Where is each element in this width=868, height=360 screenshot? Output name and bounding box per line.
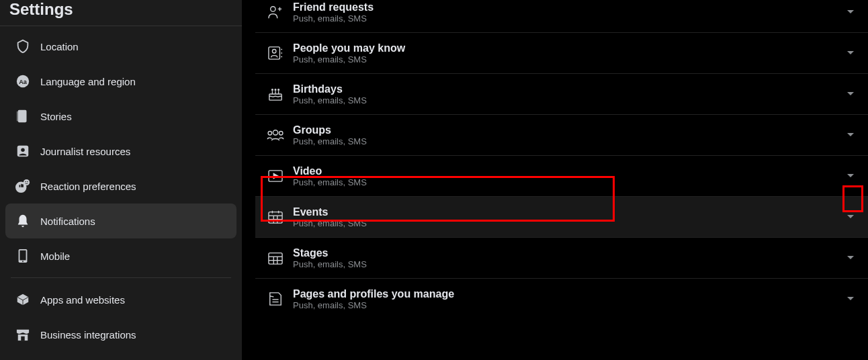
setting-title: Friend requests [293,1,844,13]
birthday-icon [263,82,288,106]
svg-text:Aa: Aa [19,79,28,85]
language-icon: Aa [11,69,35,93]
chevron-down-icon [844,251,857,265]
svg-point-7 [24,179,30,185]
events-icon [263,205,288,229]
setting-sub: Push, emails, SMS [293,300,844,310]
setting-row-people-you-may-know[interactable]: People you may know Push, emails, SMS [255,33,868,74]
svg-point-9 [27,181,28,182]
reaction-icon [11,174,35,198]
svg-rect-2 [18,110,27,122]
stories-icon [11,104,35,128]
svg-rect-37 [269,212,282,224]
chevron-down-icon [844,46,857,60]
setting-row-birthdays[interactable]: Birthdays Push, emails, SMS [255,74,868,115]
setting-text: Friend requests Push, emails, SMS [293,1,844,24]
setting-title: Stages [293,247,844,259]
page-title: Settings [9,0,232,19]
setting-text: Birthdays Push, emails, SMS [293,83,844,105]
chevron-down-icon [844,292,857,306]
svg-point-12 [22,261,24,262]
svg-rect-44 [269,253,282,265]
svg-rect-3 [17,111,18,122]
sidebar-item-label: Mobile [40,251,70,262]
chevron-down-icon [844,5,857,19]
svg-rect-11 [19,251,26,261]
svg-point-33 [273,130,277,135]
sidebar-header: Settings [0,0,242,26]
setting-row-video[interactable]: Video Push, emails, SMS [255,156,868,197]
setting-sub: Push, emails, SMS [293,95,844,105]
sidebar-item-mobile[interactable]: Mobile [5,238,236,273]
sidebar-item-apps[interactable]: Apps and websites [5,282,236,317]
setting-title: Video [293,165,844,177]
setting-sub: Push, emails, SMS [293,136,844,146]
journalist-icon [11,139,35,163]
pages-icon [263,287,288,311]
chevron-down-icon [844,210,857,224]
setting-title: Events [293,206,844,218]
svg-point-5 [21,148,25,152]
groups-icon [263,123,288,147]
apps-icon [11,287,35,312]
location-icon [11,34,35,58]
svg-point-31 [275,89,276,91]
setting-row-groups[interactable]: Groups Push, emails, SMS [255,115,868,156]
svg-point-34 [268,132,271,135]
svg-point-35 [279,132,282,135]
setting-text: Events Push, emails, SMS [293,206,844,228]
setting-text: Stages Push, emails, SMS [293,247,844,269]
setting-row-friend-requests[interactable]: Friend requests Push, emails, SMS [255,0,868,33]
friend-requests-icon [263,0,288,24]
setting-row-stages[interactable]: Stages Push, emails, SMS [255,238,868,279]
sidebar-item-label: Business integrations [40,329,136,341]
sidebar-item-business[interactable]: Business integrations [5,317,236,352]
sidebar-divider [11,277,231,278]
setting-sub: Push, emails, SMS [293,177,844,187]
svg-point-22 [272,50,276,54]
settings-sidebar: Settings Location Aa Language and region… [0,0,242,360]
sidebar-item-journalist[interactable]: Journalist resources [5,134,236,169]
setting-sub: Push, emails, SMS [293,218,844,228]
setting-title: Pages and profiles you manage [293,288,844,300]
setting-text: Video Push, emails, SMS [293,165,844,187]
setting-text: Pages and profiles you manage Push, emai… [293,288,844,310]
video-icon [263,164,288,188]
sidebar-item-label: Notifications [40,216,95,227]
sidebar-item-reaction[interactable]: Reaction preferences [5,169,236,204]
setting-row-pages[interactable]: Pages and profiles you manage Push, emai… [255,279,868,319]
chevron-down-icon [844,169,857,183]
sidebar-item-stories[interactable]: Stories [5,99,236,134]
svg-rect-26 [269,94,281,100]
setting-row-events[interactable]: Events Push, emails, SMS [255,197,868,238]
sidebar-item-ads[interactable]: Ads [5,352,236,360]
sidebar-item-label: Journalist resources [40,146,130,157]
chevron-down-icon [844,87,857,101]
people-icon [263,41,288,65]
sidebar-item-language[interactable]: Aa Language and region [5,64,236,99]
mobile-icon [11,244,35,268]
sidebar-item-label: Stories [40,111,72,122]
setting-text: People you may know Push, emails, SMS [293,42,844,64]
svg-rect-14 [21,336,24,341]
setting-title: People you may know [293,42,844,54]
business-icon [11,322,35,347]
sidebar-item-notifications[interactable]: Notifications [5,204,236,238]
sidebar-list: Location Aa Language and region Stories … [0,26,242,360]
chevron-down-icon [844,128,857,142]
svg-point-8 [25,181,26,182]
sidebar-item-label: Language and region [40,76,136,87]
svg-point-20 [271,7,275,11]
setting-sub: Push, emails, SMS [293,54,844,64]
setting-sub: Push, emails, SMS [293,13,844,24]
sidebar-item-label: Location [40,41,79,52]
sidebar-item-location[interactable]: Location [5,29,236,64]
stages-icon [263,246,288,270]
notifications-settings-panel: Friend requests Push, emails, SMS People… [242,0,868,360]
setting-text: Groups Push, emails, SMS [293,124,844,146]
svg-point-30 [272,89,273,91]
setting-sub: Push, emails, SMS [293,259,844,269]
ads-icon [11,357,35,360]
setting-title: Birthdays [293,83,844,95]
svg-point-32 [278,89,279,91]
